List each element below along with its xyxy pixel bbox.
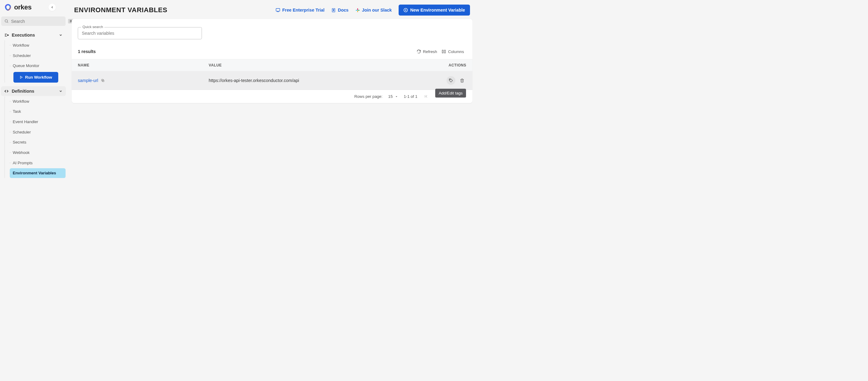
quick-search-input[interactable] [82,31,198,36]
pagination-range: 1-1 of 1 [404,94,417,99]
sidebar-item-task[interactable]: Task [10,106,66,117]
env-var-name-link[interactable]: sample-url [78,78,98,83]
quick-search-field[interactable]: Quick search [78,27,202,39]
env-var-table: NAME VALUE ACTIONS sample-url https://or… [72,59,472,90]
sidebar-item-workflow-exec[interactable]: Workflow [10,40,66,50]
svg-marker-22 [396,96,397,97]
svg-text:?: ? [333,9,334,11]
nav-header-definitions[interactable]: Definitions [1,86,66,96]
next-page-button[interactable] [447,94,454,98]
tag-button[interactable] [446,76,455,85]
svg-line-1 [7,22,8,23]
sidebar-search[interactable]: ⌘ K [1,17,65,26]
prev-page-button[interactable] [435,94,442,98]
svg-marker-5 [8,34,9,36]
svg-point-0 [5,20,8,22]
content-panel: Quick search 1 results Refresh [72,19,472,103]
svg-marker-6 [20,76,22,78]
nav-group-definitions: Definitions Workflow Task Event Handler … [0,86,67,178]
svg-rect-13 [358,10,360,11]
chevron-left-icon [51,6,54,9]
svg-rect-12 [357,10,358,12]
svg-point-21 [450,79,451,80]
refresh-button[interactable]: Refresh [414,48,439,55]
new-env-var-label: New Environment Variable [410,8,465,12]
pagination: Add/Edit tags Rows per page: 15 1-1 of 1 [72,90,472,103]
chevron-down-icon [59,33,63,37]
logo-mark-icon [4,3,12,11]
sidebar-item-secrets[interactable]: Secrets [10,137,66,147]
executions-icon [4,33,8,37]
slack-icon [355,8,360,12]
copy-icon[interactable] [101,78,104,82]
sidebar-item-scheduler-exec[interactable]: Scheduler [10,51,66,61]
results-count: 1 results [78,49,96,54]
svg-rect-17 [442,50,443,53]
last-page-button[interactable] [459,94,466,98]
columns-label: Columns [448,50,464,54]
sidebar-item-workflow-def[interactable]: Workflow [10,96,66,106]
docs-icon: ? [331,8,336,12]
delete-button[interactable] [458,76,466,85]
play-icon [20,75,23,79]
topbar: ENVIRONMENT VARIABLES Free Enterprise Tr… [67,0,477,19]
free-trial-label: Free Enterprise Trial [282,8,324,12]
tag-icon [448,78,453,83]
run-workflow-label: Run Workflow [25,75,52,80]
free-trial-link[interactable]: Free Enterprise Trial [275,8,324,13]
slack-link[interactable]: Join our Slack [355,8,392,12]
logo[interactable]: orkes [4,3,31,11]
quick-search-label: Quick search [81,25,104,29]
main: ENVIRONMENT VARIABLES Free Enterprise Tr… [67,0,477,210]
th-name: NAME [78,63,209,67]
svg-rect-7 [276,8,280,11]
run-workflow-button[interactable]: Run Workflow [13,72,58,83]
table-row: sample-url https://orkes-api-tester.orke… [72,71,472,90]
sidebar-item-event-handler[interactable]: Event Handler [10,117,66,127]
sidebar: orkes ⌘ K Executions [0,0,67,210]
trash-icon [460,78,464,83]
rows-per-page-label: Rows per page: [354,94,382,99]
columns-button[interactable]: Columns [439,48,466,55]
refresh-icon [416,50,421,54]
nav-header-label: Definitions [11,89,34,94]
code-icon [4,89,8,93]
page-title: ENVIRONMENT VARIABLES [74,6,167,14]
rows-per-page-value: 15 [388,94,393,99]
svg-rect-11 [355,10,358,11]
refresh-label: Refresh [423,50,437,54]
dropdown-icon [395,95,398,98]
svg-rect-18 [444,50,445,53]
logo-text: orkes [14,3,31,11]
sidebar-search-input[interactable] [11,19,66,24]
table-header: NAME VALUE ACTIONS [72,59,472,71]
th-actions: ACTIONS [439,63,466,67]
sidebar-item-environment-variables[interactable]: Environment Variables [10,168,66,178]
docs-label: Docs [338,8,349,12]
sidebar-header: orkes [0,2,67,15]
sidebar-collapse-button[interactable] [49,4,56,11]
search-icon [4,19,8,23]
nav-group-executions: Executions Workflow Scheduler Queue Moni… [0,30,67,85]
chevron-down-icon [59,89,63,93]
env-var-value: https://orkes-api-tester.orkesconductor.… [209,78,439,83]
sidebar-item-webhook[interactable]: Webhook [10,148,66,158]
columns-icon [442,50,446,54]
plus-circle-icon [403,8,408,12]
results-bar: 1 results Refresh Columns [72,44,472,59]
th-value: VALUE [209,63,439,67]
slack-label: Join our Slack [362,8,392,12]
nav-header-label: Executions [11,33,35,37]
sidebar-item-queue-monitor[interactable]: Queue Monitor [10,61,66,71]
svg-rect-10 [357,8,358,10]
sidebar-item-ai-prompts[interactable]: AI Prompts [10,158,66,168]
docs-link[interactable]: ? Docs [331,8,349,12]
rows-per-page-select[interactable]: 15 [388,94,398,99]
sidebar-item-scheduler-def[interactable]: Scheduler [10,127,66,137]
nav-header-executions[interactable]: Executions [1,30,66,40]
first-page-button[interactable] [423,94,429,98]
chat-icon [275,8,281,13]
new-environment-variable-button[interactable]: New Environment Variable [399,5,470,15]
